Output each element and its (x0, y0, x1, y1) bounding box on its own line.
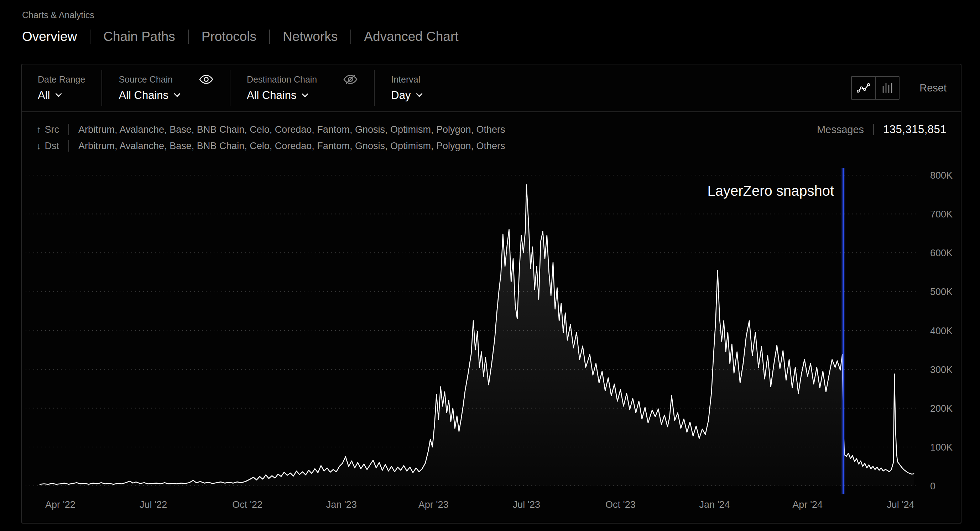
date-range-dropdown[interactable]: All (38, 89, 85, 102)
destination-chain-dropdown[interactable]: All Chains (247, 89, 358, 102)
messages-over-time-chart[interactable]: 0100K200K300K400K500K600K700K800KApr '22… (22, 155, 961, 518)
divider (873, 124, 874, 135)
source-visibility-toggle[interactable] (199, 74, 213, 84)
divider (68, 124, 69, 135)
x-axis-tick-label: Apr '22 (45, 499, 75, 510)
destination-chain-value: All Chains (247, 89, 297, 102)
tab-networks[interactable]: Networks (270, 29, 350, 44)
x-axis-tick-label: Oct '22 (232, 499, 262, 510)
date-range-label: Date Range (38, 74, 85, 85)
y-axis-tick-label: 400K (930, 326, 953, 336)
source-chain-value: All Chains (119, 89, 169, 102)
chart-type-toggle (851, 76, 899, 100)
x-axis-tick-label: Jul '24 (887, 499, 914, 510)
destination-chains-row: ↓ Dst Arbitrum, Avalanche, Base, BNB Cha… (36, 138, 947, 154)
tab-protocols[interactable]: Protocols (189, 29, 269, 44)
filter-destination-chain: Destination Chain All Chains (230, 70, 374, 106)
tab-overview[interactable]: Overview (22, 29, 90, 44)
destination-visibility-toggle[interactable] (343, 74, 358, 85)
filter-bar: Date Range All Source Chain All Chains (22, 64, 961, 112)
source-chain-label: Source Chain (119, 74, 172, 85)
dst-label: Dst (45, 141, 59, 152)
y-axis-tick-label: 800K (930, 170, 953, 181)
tab-bar: Overview Chain Paths Protocols Networks … (22, 29, 471, 44)
filter-date-range: Date Range All (36, 70, 102, 106)
y-axis-tick-label: 200K (930, 403, 953, 414)
tab-chain-paths[interactable]: Chain Paths (91, 29, 188, 44)
filter-interval: Interval Day (374, 70, 438, 106)
chevron-down-icon (302, 91, 309, 97)
tab-advanced-chart[interactable]: Advanced Chart (351, 29, 471, 44)
bar-chart-icon (881, 82, 894, 94)
messages-value: 135,315,851 (883, 123, 947, 136)
x-axis-tick-label: Jul '22 (140, 499, 167, 510)
y-axis-tick-label: 100K (930, 442, 953, 453)
charts-panel: Date Range All Source Chain All Chains (21, 64, 961, 523)
interval-value: Day (391, 89, 410, 102)
interval-dropdown[interactable]: Day (391, 89, 422, 102)
y-axis-tick-label: 700K (930, 209, 953, 220)
y-axis-tick-label: 300K (930, 365, 953, 375)
chart-summary: ↑ Src Arbitrum, Avalanche, Base, BNB Cha… (22, 112, 961, 154)
dst-chain-list: Arbitrum, Avalanche, Base, BNB Chain, Ce… (78, 141, 505, 152)
src-arrow-up-icon: ↑ (36, 124, 41, 135)
chart-hover-area[interactable] (40, 168, 916, 495)
reset-button[interactable]: Reset (920, 82, 947, 94)
divider (68, 140, 69, 152)
x-axis-tick-label: Apr '23 (418, 499, 449, 510)
filter-source-chain: Source Chain All Chains (102, 70, 229, 106)
eye-off-icon (343, 74, 358, 85)
source-chain-dropdown[interactable]: All Chains (119, 89, 213, 102)
line-chart-icon (857, 82, 870, 93)
x-axis-tick-label: Oct '23 (605, 499, 636, 510)
filter-right-controls: Reset (851, 76, 947, 100)
chevron-down-icon (416, 90, 423, 97)
y-axis-tick-label: 500K (930, 287, 953, 297)
interval-label: Interval (391, 74, 420, 85)
messages-summary: Messages 135,315,851 (817, 123, 947, 136)
x-axis-tick-label: Jan '23 (326, 499, 357, 510)
x-axis-tick-label: Jul '23 (513, 499, 540, 510)
dst-arrow-down-icon: ↓ (36, 141, 41, 152)
destination-chain-label: Destination Chain (247, 74, 317, 85)
bar-chart-toggle-button[interactable] (875, 77, 899, 99)
chevron-down-icon (56, 90, 62, 97)
source-chains-row: ↑ Src Arbitrum, Avalanche, Base, BNB Cha… (36, 121, 947, 138)
eye-icon (199, 74, 213, 84)
date-range-value: All (38, 89, 50, 102)
src-chain-list: Arbitrum, Avalanche, Base, BNB Chain, Ce… (78, 124, 505, 135)
page: { "breadcrumb": "Charts & Analytics", "t… (0, 0, 980, 531)
chevron-down-icon (174, 90, 180, 97)
y-axis-tick-label: 0 (930, 481, 935, 491)
line-chart-toggle-button[interactable] (852, 77, 875, 99)
x-axis-tick-label: Apr '24 (792, 499, 822, 510)
src-label: Src (45, 124, 59, 135)
y-axis-tick-label: 600K (930, 248, 953, 258)
messages-label: Messages (817, 124, 864, 136)
breadcrumb: Charts & Analytics (22, 10, 94, 20)
x-axis-tick-label: Jan '24 (699, 499, 730, 510)
